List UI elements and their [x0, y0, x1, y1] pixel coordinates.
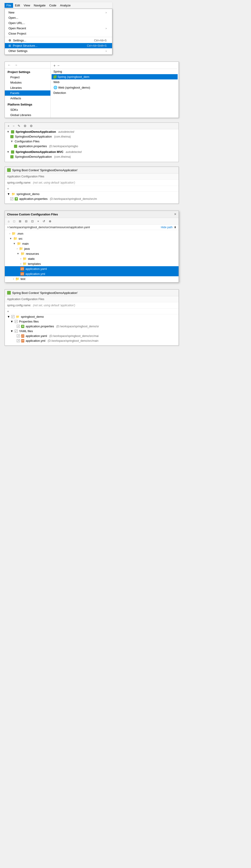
rc-gear2-button[interactable]: ⚙: [29, 124, 34, 128]
dt-app-yaml-label: application.yaml: [25, 267, 47, 271]
sbc-app-yml-2[interactable]: ✓ yml application.yml (D:/workspace/spri…: [5, 338, 178, 343]
sbc-add-btn-2[interactable]: +: [5, 309, 178, 314]
dt-main[interactable]: ▼ 📁 main: [5, 241, 178, 246]
dt-resources-folder-icon: 📁: [21, 252, 25, 255]
dialog-tool-box1[interactable]: □: [12, 219, 16, 224]
ps-back-button[interactable]: ←: [7, 63, 12, 67]
dt-static-chevron: ›: [20, 257, 21, 260]
gear-icon: ⚙: [8, 39, 11, 42]
dt-mvn-chevron: ›: [9, 232, 10, 235]
sbc-expand-demo-1: ▼: [7, 192, 10, 196]
sbc-app-yml-label-2: application.yml: [26, 339, 46, 342]
ps-forward-button[interactable]: →: [13, 63, 19, 67]
menu-open[interactable]: Open...: [5, 15, 112, 20]
dt-java[interactable]: › 📁 java: [5, 246, 178, 251]
sbc-props-group[interactable]: ▼ ✓ Properties files: [5, 319, 178, 324]
menubar-edit[interactable]: Edit: [13, 3, 22, 8]
dialog-tool-home[interactable]: ⌂: [7, 219, 11, 224]
rc-sba1-icon: [11, 130, 14, 133]
ps-item-artifacts[interactable]: Artifacts: [5, 96, 50, 101]
menu-project-structure[interactable]: ⊞ Project Structure... Ctrl+Alt+Shift+S: [5, 43, 112, 48]
menubar-view[interactable]: View: [22, 3, 32, 8]
sbc-checkbox-props-group[interactable]: ✓: [15, 320, 18, 323]
sbc-yaml-group[interactable]: ▼ ✓ YAML files: [5, 329, 178, 334]
dialog-tool-multi[interactable]: ⊡: [30, 219, 35, 224]
rc-config-files[interactable]: ▼ Configuration Files: [5, 139, 178, 144]
ps-item-project[interactable]: Project: [5, 74, 50, 80]
rc-remove-button[interactable]: −: [12, 124, 16, 128]
sbc-checkbox-props-1[interactable]: ✓: [10, 197, 13, 200]
dt-app-yaml[interactable]: yml application.yaml: [5, 266, 178, 271]
sbc-expand-demo-2: ▼: [7, 315, 10, 318]
menu-settings[interactable]: ⚙ Settings... Ctrl+Alt+S: [5, 38, 112, 43]
dt-resources[interactable]: ▼ 📁 resources: [5, 251, 178, 256]
dialog-hide-path-link[interactable]: Hide path: [161, 226, 173, 229]
dt-test[interactable]: › 📁 test: [5, 276, 178, 281]
dialog-toolbar: ⌂ □ ⊞ ⊟ ⊡ × ↺ ⊕: [5, 218, 178, 225]
menubar-code[interactable]: Code: [48, 3, 58, 8]
menubar-navigate[interactable]: Navigate: [32, 3, 47, 8]
ps-item-facets[interactable]: Facets: [5, 90, 50, 96]
dialog-close-button[interactable]: ×: [174, 212, 176, 216]
menu-open-recent[interactable]: Open Recent ›: [5, 26, 112, 31]
sbc-tree-springboot-demo-2[interactable]: ▼ ✓ 📁 springboot_demo: [5, 314, 178, 319]
dt-src[interactable]: ▼ 📁 src: [5, 236, 178, 241]
dialog-tool-box2[interactable]: ⊞: [18, 219, 23, 224]
dt-resources-chevron: ▼: [17, 252, 19, 255]
dt-templates[interactable]: › 📁 templates: [5, 261, 178, 266]
sbc-props-icon-1: ⚙: [15, 197, 18, 200]
sbc-app-props-2[interactable]: ✓ ⚙ application.properties (D:/workspace…: [5, 324, 178, 329]
dialog-tool-refresh[interactable]: ↺: [41, 219, 46, 224]
dt-main-chevron: ▼: [13, 242, 16, 245]
ps-right-panel: + − Spring Spring (springboot_dem Web 🌐 …: [51, 62, 178, 118]
rc-gear-button[interactable]: ⚙: [23, 124, 28, 128]
dialog-tool-browse[interactable]: ⊕: [48, 219, 53, 224]
rc-sba2-autodetected: autodetected: [66, 150, 82, 154]
ps-item-global-libraries[interactable]: Global Libraries: [5, 113, 50, 118]
dt-src-folder-icon: 📁: [13, 237, 17, 240]
sbc-add-btn-1[interactable]: +: [5, 186, 178, 192]
sbc-checkbox-yml-2[interactable]: ✓: [17, 339, 20, 342]
sbc-props-icon-2: ⚙: [21, 325, 24, 328]
sbc-checkbox-app-props-2[interactable]: ✓: [17, 325, 20, 328]
menubar-analyze[interactable]: Analyze: [58, 3, 73, 8]
sbc-checkbox-yaml-group[interactable]: ✓: [15, 330, 18, 333]
rc-edit-button[interactable]: ✎: [17, 124, 21, 128]
ps-remove-button[interactable]: −: [57, 64, 59, 68]
rc-sba2-main[interactable]: SpringbootDemoApplication (com.itheima): [5, 154, 178, 159]
dt-static[interactable]: › 📁 static: [5, 256, 178, 261]
sbc-checkbox-yaml-2[interactable]: ✓: [17, 334, 20, 337]
menubar-file[interactable]: File: [5, 3, 13, 8]
ps-item-sdks[interactable]: SDKs: [5, 107, 50, 113]
dialog-tool-box3[interactable]: ⊟: [24, 219, 29, 224]
sbc-tree-app-props-1[interactable]: ✓ ⚙ application.properties (D:/workspace…: [5, 196, 178, 201]
dt-app-yml[interactable]: yml application.yml: [5, 271, 178, 276]
sbc-tree-springboot-demo-1[interactable]: ▼ 📁 springboot_demo: [5, 192, 178, 196]
ps-spring-item[interactable]: Spring (springboot_dem: [52, 74, 178, 80]
menu-new[interactable]: New ›: [5, 10, 112, 15]
sbc-plus-icon-1: +: [7, 187, 9, 190]
sbc-icon-2: [7, 291, 11, 294]
ps-item-libraries[interactable]: Libraries: [5, 85, 50, 90]
sbc-checkbox-demo-2[interactable]: ✓: [11, 315, 15, 318]
rc-sba2[interactable]: ▼ SpringbootDemoApplication MVC autodete…: [5, 150, 178, 154]
ps-project-settings-label: Project Settings: [5, 68, 50, 74]
rc-sba1[interactable]: ▼ SpringbootDemoApplication autodetected: [5, 129, 178, 134]
menu-close-project[interactable]: Close Project: [5, 31, 112, 36]
sbc-app-yaml-2[interactable]: ✓ yml application.yaml (D:/workspace/spr…: [5, 334, 178, 338]
rc-sba1-main[interactable]: SpringbootDemoApplication (com.itheima): [5, 134, 178, 139]
ps-item-modules[interactable]: Modules: [5, 80, 50, 85]
sbc-app-yml-subtitle-2: (D:/workspace/springboot_demo/src/main: [48, 339, 98, 342]
ps-add-button[interactable]: +: [53, 64, 55, 68]
dt-mvn[interactable]: › 📁 .mvn: [5, 231, 178, 236]
menu-open-url[interactable]: Open URL...: [5, 20, 112, 26]
project-structure-icon: ⊞: [8, 44, 11, 48]
rc-app-props[interactable]: application.properties (D:/workspace/spr…: [5, 144, 178, 149]
menu-other-settings[interactable]: Other Settings ›: [5, 48, 112, 54]
dialog-download-icon: ⬇: [174, 226, 176, 229]
dialog-tool-close[interactable]: ×: [36, 219, 40, 224]
sbc-field-row-1: spring.config.name: (not set, using defa…: [5, 180, 178, 186]
ps-web-header: Web: [52, 80, 178, 85]
rc-add-button[interactable]: +: [7, 124, 10, 128]
ps-web-item[interactable]: 🌐 Web (springboot_demo): [52, 85, 178, 90]
